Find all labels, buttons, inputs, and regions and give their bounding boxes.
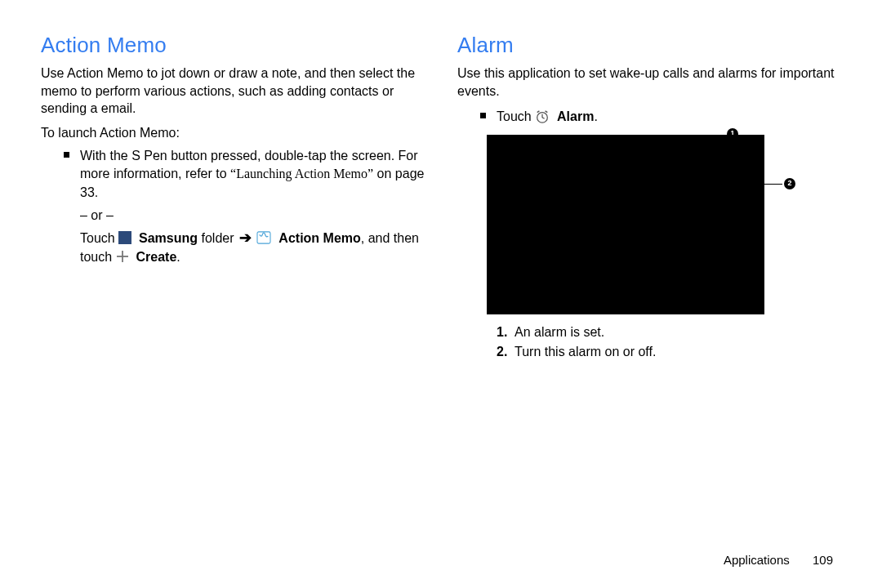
bullet-spen: With the S Pen button pressed, double-ta… [41,147,425,202]
svg-line-5 [542,118,545,118]
two-column-layout: Action Memo Use Action Memo to jot down … [41,33,841,362]
footer-section: Applications [724,553,790,567]
touch-word-2: Touch [497,109,535,123]
left-column: Action Memo Use Action Memo to jot down … [41,33,425,362]
page-footer: Applications 109 [724,553,833,567]
right-column: Alarm Use this application to set wake-u… [457,33,841,362]
samsung-label: Samsung [139,231,198,245]
list-number: 1. [497,323,507,342]
list-text: Turn this alarm on or off. [514,345,656,359]
manual-page: Action Memo Use Action Memo to jot down … [0,0,882,588]
alarm-screenshot-wrap: 1 2 [482,135,808,314]
bullet-touch-text: Touch Samsung folder ➔ Action Memo, and … [80,231,419,264]
numbered-list: 1. An alarm is set. 2. Turn this alarm o… [497,323,841,362]
alarm-heading: Alarm [457,33,841,58]
callout-2: 2 [784,178,795,189]
square-bullet-icon [64,152,69,158]
bullet-spen-text: With the S Pen button pressed, double-ta… [80,149,424,199]
svg-line-6 [537,111,540,113]
touch-word: Touch [80,231,118,245]
action-memo-label: Action Memo [278,231,360,245]
action-memo-heading: Action Memo [41,33,425,58]
create-plus-icon [116,250,129,263]
list-item: 1. An alarm is set. [497,323,841,342]
action-memo-icon [256,231,271,244]
action-memo-intro: Use Action Memo to jot down or draw a no… [41,65,425,118]
list-number: 2. [497,342,507,362]
list-item: 2. Turn this alarm on or off. [497,342,841,362]
square-bullet-icon [480,113,486,118]
or-separator: – or – [41,208,425,223]
list-text: An alarm is set. [514,325,604,339]
alarm-clock-icon [535,109,550,124]
period-2: . [594,109,597,123]
callout-2-circle: 2 [784,178,795,189]
touch-alarm-text: Touch Alarm. [497,109,598,123]
bullet-touch-path: Touch Samsung folder ➔ Action Memo, and … [41,228,425,267]
launching-ref: “Launching Action Memo” [230,167,373,180]
svg-rect-0 [257,232,270,243]
create-label: Create [136,250,177,264]
alarm-app-screenshot [487,135,764,314]
samsung-folder-icon [118,231,131,244]
alarm-intro: Use this application to set wake-up call… [457,65,841,100]
alarm-label: Alarm [557,109,594,123]
launch-label: To launch Action Memo: [41,126,425,140]
period-1: . [176,250,180,264]
folder-word: folder [198,231,238,245]
page-number: 109 [813,553,833,567]
bullet-touch-alarm: Touch Alarm. [457,108,841,126]
callout-2-line [764,184,782,185]
svg-line-7 [546,111,548,113]
arrow-icon: ➔ [239,229,252,246]
